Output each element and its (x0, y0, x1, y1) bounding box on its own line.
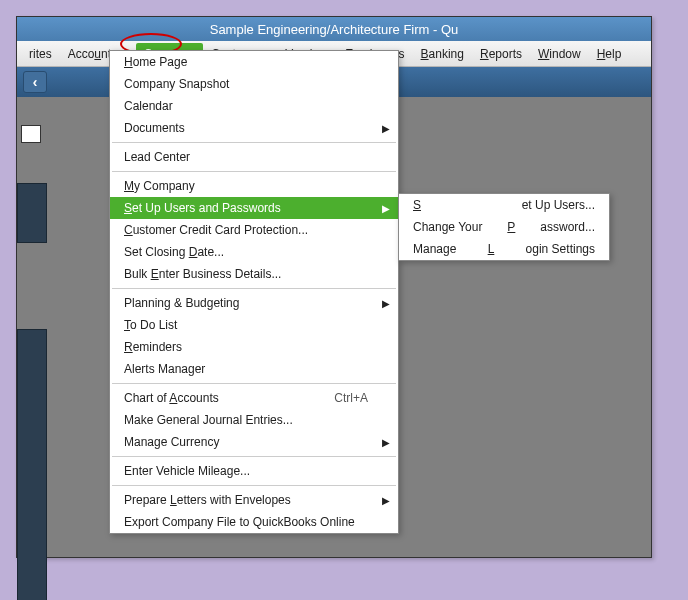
company-menu-item[interactable]: Company Snapshot (110, 73, 398, 95)
company-menu-item[interactable]: To Do List (110, 314, 398, 336)
company-menu-item[interactable]: My Company (110, 175, 398, 197)
side-widget (21, 125, 41, 143)
company-menu-item[interactable]: Prepare Letters with Envelopes▶ (110, 489, 398, 511)
menu-banking[interactable]: Banking (413, 43, 472, 65)
menu-separator (112, 456, 396, 457)
chevron-right-icon: ▶ (382, 203, 390, 214)
company-menu-item[interactable]: Reminders (110, 336, 398, 358)
chevron-right-icon: ▶ (382, 495, 390, 506)
menu-window[interactable]: Window (530, 43, 589, 65)
side-panel-bottom (17, 329, 47, 600)
menu-separator (112, 288, 396, 289)
company-menu-item[interactable]: Home Page (110, 51, 398, 73)
menu-help[interactable]: Help (589, 43, 630, 65)
side-panel-top (17, 183, 47, 243)
title-bar: Sample Engineering/Architecture Firm - Q… (17, 17, 651, 41)
company-menu-item[interactable]: Planning & Budgeting▶ (110, 292, 398, 314)
company-dropdown: Home PageCompany SnapshotCalendarDocumen… (109, 50, 399, 534)
submenu-item[interactable]: Manage Login Settings (399, 238, 609, 260)
company-menu-item[interactable]: Set Up Users and Passwords▶ (110, 197, 398, 219)
window-title: Sample Engineering/Architecture Firm - Q… (202, 22, 467, 37)
submenu-item[interactable]: Change Your Password... (399, 216, 609, 238)
menu-rites[interactable]: rites (21, 43, 60, 65)
company-menu-item[interactable]: Calendar (110, 95, 398, 117)
company-menu-item[interactable]: Export Company File to QuickBooks Online (110, 511, 398, 533)
chevron-right-icon: ▶ (382, 123, 390, 134)
company-menu-item[interactable]: Lead Center (110, 146, 398, 168)
company-menu-item[interactable]: Make General Journal Entries... (110, 409, 398, 431)
menu-separator (112, 383, 396, 384)
company-menu-item[interactable]: Set Closing Date... (110, 241, 398, 263)
menu-separator (112, 171, 396, 172)
users-submenu: Set Up Users...Change Your Password...Ma… (398, 193, 610, 261)
company-menu-item[interactable]: Manage Currency▶ (110, 431, 398, 453)
menu-reports[interactable]: Reports (472, 43, 530, 65)
menu-separator (112, 485, 396, 486)
company-menu-item[interactable]: Alerts Manager (110, 358, 398, 380)
chevron-right-icon: ▶ (382, 298, 390, 309)
chevron-right-icon: ▶ (382, 437, 390, 448)
company-menu-item[interactable]: Chart of AccountsCtrl+A (110, 387, 398, 409)
company-menu-item[interactable]: Enter Vehicle Mileage... (110, 460, 398, 482)
nav-back-button[interactable]: ‹ (23, 71, 47, 93)
company-menu-item[interactable]: Bulk Enter Business Details... (110, 263, 398, 285)
company-menu-item[interactable]: Customer Credit Card Protection... (110, 219, 398, 241)
company-menu-item[interactable]: Documents▶ (110, 117, 398, 139)
submenu-item[interactable]: Set Up Users... (399, 194, 609, 216)
menu-separator (112, 142, 396, 143)
